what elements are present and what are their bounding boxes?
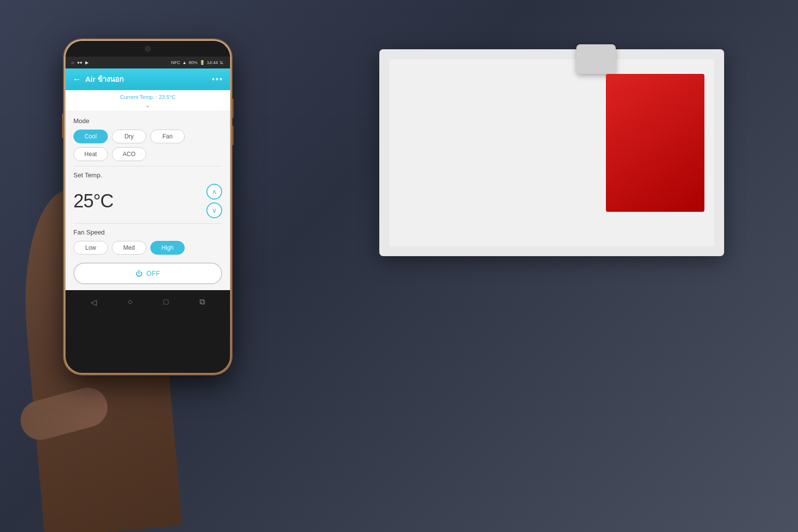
phone-wrapper: ⌂ ●● ▶ NFC ▲ 80% 🔋 14:44 น. [64,39,232,374]
mode-section-label: Mode [73,117,222,125]
home-nav-button[interactable]: ○ [128,298,133,306]
current-temp-label: Current Temp. : 23.5°C [66,94,230,100]
divider-1 [73,166,222,166]
fan-button-low[interactable]: Low [73,241,108,255]
back-nav-button[interactable]: ◁ [91,298,97,307]
time-display: 14:44 [207,60,218,65]
temp-controls: ∧ ∨ [206,184,222,218]
phone-camera [145,46,151,52]
carrier-text: น. [220,59,224,66]
mode-button-fan[interactable]: Fan [150,130,185,143]
header-left: ← Air ข้างนอก [72,73,124,85]
mode-button-aco[interactable]: ACO [112,147,146,161]
divider-2 [73,223,222,224]
dots-icon: ●● [77,60,82,65]
mode-button-dry[interactable]: Dry [112,130,146,143]
battery-level: 80% [189,60,198,65]
temperature-display: 25°C [73,191,113,212]
temp-down-button[interactable]: ∨ [206,202,222,218]
volume-up-button[interactable] [232,99,233,118]
ac-box-inner [389,59,714,246]
temp-up-button[interactable]: ∧ [206,184,222,200]
current-temp-section: Current Temp. : 23.5°C ⌄ [66,90,230,111]
mode-row-1: Cool Dry Fan [73,130,185,143]
fan-button-high[interactable]: High [150,241,185,255]
power-off-button[interactable]: ⏻ OFF [73,263,222,284]
ac-device [576,44,616,74]
phone-top-bar [66,41,230,57]
volume-down-button[interactable] [232,126,233,145]
app-screen: ← Air ข้างนอก ••• Current Temp. : 23.5°C… [66,68,230,290]
off-label: OFF [146,269,160,277]
status-left: ⌂ ●● ▶ [71,60,89,65]
phone-nav: ◁ ○ □ ⧉ [66,290,230,314]
ac-label [606,74,704,212]
recents-nav-button[interactable]: □ [164,298,168,306]
off-section: ⏻ OFF [73,263,222,284]
mode-buttons-container: Cool Dry Fan Heat ACO [73,130,222,161]
fan-speed-section-label: Fan Speed [73,229,222,236]
app-content: Mode Cool Dry Fan Heat ACO [66,111,230,290]
home-icon: ⌂ [71,60,74,65]
mode-row-2: Heat ACO [73,147,146,161]
phone-screen: ⌂ ●● ▶ NFC ▲ 80% 🔋 14:44 น. [66,41,230,373]
chevron-up-icon: ∧ [212,188,217,196]
set-temp-section: 25°C ∧ ∨ [73,184,222,218]
power-icon: ⏻ [135,269,142,277]
set-temp-section-label: Set Temp. [73,171,222,179]
play-icon: ▶ [85,60,89,65]
screenshot-nav-button[interactable]: ⧉ [200,298,205,306]
mode-button-heat[interactable]: Heat [73,147,108,161]
status-right: NFC ▲ 80% 🔋 14:44 น. [171,59,224,66]
chevron-down-icon: ⌄ [66,101,230,109]
fan-buttons-container: Low Med High [73,241,222,255]
battery-icon: 🔋 [200,60,205,65]
power-side-button[interactable] [62,113,64,138]
phone: ⌂ ●● ▶ NFC ▲ 80% 🔋 14:44 น. [64,39,232,374]
mode-button-cool[interactable]: Cool [73,130,108,143]
nfc-indicator: NFC [171,60,181,65]
app-title: Air ข้างนอก [85,73,124,85]
more-options-button[interactable]: ••• [212,75,223,84]
chevron-down-icon: ∨ [212,206,217,214]
app-header: ← Air ข้างนอก ••• [66,68,230,90]
ac-label-inner [606,74,704,212]
back-button[interactable]: ← [72,74,81,85]
fan-button-med[interactable]: Med [112,241,146,255]
status-bar: ⌂ ●● ▶ NFC ▲ 80% 🔋 14:44 น. [66,57,230,68]
ac-box [379,49,724,256]
wifi-icon: ▲ [182,60,187,65]
